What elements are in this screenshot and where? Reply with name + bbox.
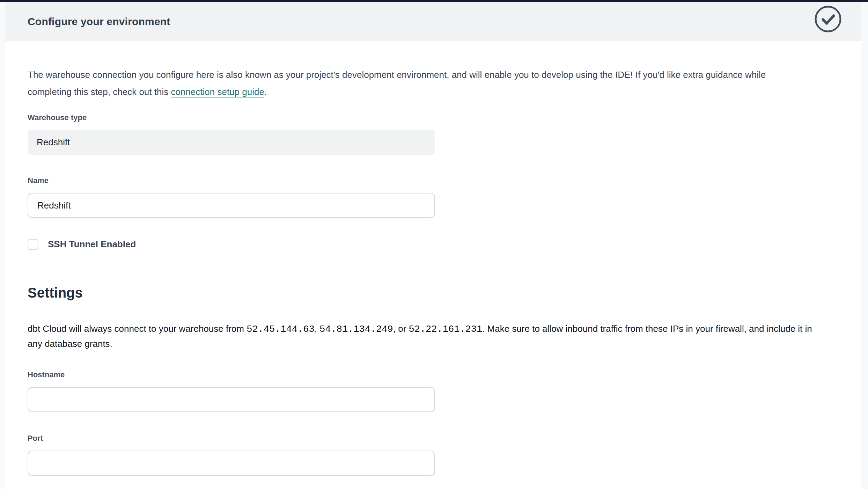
hostname-label: Hostname <box>28 370 826 379</box>
left-gutter <box>0 2 5 489</box>
ssh-tunnel-row: SSH Tunnel Enabled <box>28 239 826 250</box>
name-input[interactable] <box>28 193 435 218</box>
ip-separator-2: , or <box>393 323 409 334</box>
warehouse-type-label: Warehouse type <box>28 113 826 122</box>
ip-allowlist-note: dbt Cloud will always connect to your wa… <box>28 322 826 351</box>
settings-heading: Settings <box>28 285 826 300</box>
ssh-tunnel-label: SSH Tunnel Enabled <box>48 239 136 250</box>
intro-text-after: . <box>264 87 267 97</box>
intro-text-before: The warehouse connection you configure h… <box>28 70 766 97</box>
ip-address-3: 52.22.161.231 <box>409 324 483 335</box>
name-label: Name <box>28 176 826 185</box>
form-content: The warehouse connection you configure h… <box>5 66 861 476</box>
ip-address-1: 52.45.144.63 <box>247 324 314 335</box>
page-title: Configure your environment <box>28 16 170 28</box>
configure-environment-panel: Configure your environment The warehouse… <box>5 2 861 489</box>
ip-note-before: dbt Cloud will always connect to your wa… <box>28 323 247 334</box>
panel-header: Configure your environment <box>5 2 861 41</box>
warehouse-type-value: Redshift <box>37 137 70 148</box>
warehouse-type-field[interactable]: Redshift <box>28 130 435 155</box>
ip-separator-1: , <box>315 323 319 334</box>
check-circle-icon <box>814 5 842 33</box>
port-label: Port <box>28 434 826 443</box>
window-top-border <box>0 0 868 2</box>
intro-paragraph: The warehouse connection you configure h… <box>28 66 810 101</box>
hostname-input[interactable] <box>28 387 435 412</box>
connection-setup-guide-link[interactable]: connection setup guide <box>171 87 264 97</box>
ip-address-2: 54.81.134.249 <box>319 324 393 335</box>
port-input[interactable] <box>28 451 435 476</box>
right-gutter <box>861 2 868 489</box>
ssh-tunnel-checkbox[interactable] <box>28 239 38 250</box>
